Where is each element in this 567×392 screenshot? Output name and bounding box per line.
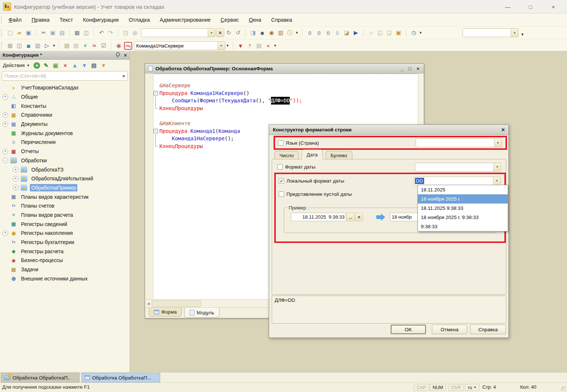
- cancel-button[interactable]: Отмена: [432, 325, 467, 334]
- language-combobox[interactable]: ▼: [416, 138, 502, 147]
- help-button[interactable]: Справка: [470, 325, 506, 334]
- filter-icon[interactable]: ▼: [100, 62, 107, 69]
- menu-item[interactable]: Справка: [271, 17, 292, 23]
- overwrite-indicator[interactable]: OVR: [448, 384, 464, 391]
- tree-item[interactable]: +≡Планы видов расчета: [0, 211, 130, 220]
- editor-tab-module[interactable]: Модуль: [184, 308, 219, 318]
- scrollbar-thumb[interactable]: [152, 300, 201, 307]
- code-line[interactable]: &НаСервере: [153, 82, 418, 89]
- tree-item[interactable]: +∴Общие: [0, 92, 130, 102]
- tree-search-clear-icon[interactable]: ×: [120, 73, 127, 79]
- right-combobox-dropdown-button[interactable]: ▼: [511, 29, 518, 37]
- tree-item[interactable]: +◆ОбработкаДляИспытаний: [0, 174, 130, 183]
- go-to-definition-icon[interactable]: ◪: [342, 28, 351, 38]
- tree-expander-icon[interactable]: +: [3, 121, 8, 127]
- dialog-tab-number[interactable]: Число: [274, 151, 299, 159]
- tree-search-input[interactable]: [2, 73, 120, 79]
- tree-item[interactable]: +▤Документы: [0, 120, 130, 129]
- actions-menu-button[interactable]: Действия: [3, 63, 25, 68]
- calc-table-icon[interactable]: ▦: [6, 41, 15, 50]
- insert-braces-icon[interactable]: {}: [333, 28, 342, 38]
- paste-icon[interactable]: ▤: [57, 28, 67, 38]
- check-module-icon[interactable]: ▷: [42, 41, 52, 50]
- num-lock-indicator[interactable]: NUM: [430, 384, 446, 391]
- menu-item[interactable]: Правка: [32, 17, 50, 23]
- empty-date-checkbox[interactable]: [279, 191, 284, 197]
- info-icon[interactable]: ⓘ: [285, 28, 295, 38]
- dialog-close-icon[interactable]: ×: [501, 127, 505, 133]
- dialog-tab-date[interactable]: Дата: [302, 149, 323, 159]
- info-caret-icon[interactable]: ▼: [295, 28, 299, 38]
- add-icon[interactable]: +: [34, 62, 40, 69]
- tree-item[interactable]: +●УчетТоваровНаСкладах: [0, 83, 130, 92]
- caps-lock-indicator[interactable]: CAP: [414, 384, 429, 391]
- dropdown-option[interactable]: 18 ноября 2025 г.: [418, 194, 508, 204]
- zoom-icon[interactable]: ◎: [130, 28, 140, 38]
- find-in-files-icon[interactable]: ◳: [121, 28, 130, 38]
- code-line[interactable]: Процедура Команда1НаСервере(): [153, 89, 418, 97]
- panel-close-icon[interactable]: ×: [124, 52, 127, 58]
- find-procedure-icon[interactable]: ◉: [114, 41, 123, 50]
- remove-comment-icon[interactable]: /×: [90, 41, 99, 50]
- fold-marker-icon[interactable]: [153, 127, 159, 135]
- windows-list-icon[interactable]: ▣: [394, 28, 403, 38]
- copy-pages-icon[interactable]: ◨: [249, 28, 258, 38]
- procedure-caret-icon[interactable]: ▼: [225, 41, 230, 50]
- tree-item[interactable]: +▦Планы видов характеристик: [0, 192, 130, 201]
- tree-item[interactable]: +ТтПланы счетов: [0, 201, 130, 211]
- prev-proc-icon[interactable]: {}: [324, 28, 333, 38]
- procedure-combobox[interactable]: Команда1НаСервере ▼: [134, 41, 225, 50]
- tree-item[interactable]: +◍Внешние источники данных: [0, 274, 130, 283]
- toolbar2-caret-icon[interactable]: ▼: [273, 41, 278, 50]
- cut-icon[interactable]: ✂: [39, 28, 48, 38]
- tree-item[interactable]: +◆ОбработкаТЗ: [0, 165, 130, 174]
- window-2-icon[interactable]: ◲: [385, 28, 394, 38]
- move-up-icon[interactable]: ▲: [71, 62, 78, 69]
- spreadsheet-icon[interactable]: ◫: [15, 41, 24, 50]
- print-icon[interactable]: ▦: [73, 28, 82, 38]
- tree-expander-icon[interactable]: +: [3, 230, 8, 236]
- open-module-icon[interactable]: ▥: [276, 28, 285, 38]
- tree-item[interactable]: −◆Обработки: [0, 156, 130, 165]
- menu-item[interactable]: Отладка: [128, 17, 149, 23]
- tree-item[interactable]: +▦Регистры сведений: [0, 219, 130, 229]
- editor-minimize-button[interactable]: _: [401, 66, 403, 71]
- search-dropdown-button[interactable]: ▼: [208, 29, 215, 37]
- tree-item[interactable]: +▥Журналы документов: [0, 128, 130, 138]
- search-clear-button[interactable]: ×: [216, 28, 224, 37]
- keyboard-language-selector[interactable]: ru ▼: [465, 384, 479, 391]
- local-date-format-dropdown-button[interactable]: ▼: [493, 177, 500, 185]
- minimize-button[interactable]: —: [504, 4, 512, 10]
- goto-bookmark-icon[interactable]: ▼: [236, 41, 245, 50]
- copy-icon[interactable]: ▣: [48, 28, 57, 38]
- code-line[interactable]: Сообщить(Формат(ТекущаяДата(), "ДЛФ=DD")…: [153, 97, 418, 105]
- tree-item[interactable]: +{}Перечисления: [0, 138, 130, 147]
- tree-item[interactable]: +◆ОбработкаПример: [0, 183, 130, 193]
- global-search-input[interactable]: [141, 30, 208, 36]
- resize-grip[interactable]: [561, 386, 566, 391]
- tree-expander-icon[interactable]: +: [3, 149, 8, 154]
- question-doc-icon[interactable]: ?: [245, 41, 254, 50]
- template-b-icon[interactable]: ▨: [71, 41, 81, 50]
- procedure-dropdown-button[interactable]: ▼: [218, 42, 225, 50]
- table-doc-icon[interactable]: ▥: [33, 41, 42, 50]
- delete-icon[interactable]: ×: [61, 62, 69, 69]
- local-date-format-combobox[interactable]: DD ▼: [414, 177, 501, 186]
- code-line[interactable]: [153, 112, 418, 120]
- tree-expander-icon[interactable]: +: [3, 112, 8, 118]
- scroll-left-icon[interactable]: ◀: [145, 302, 152, 306]
- new-file-icon[interactable]: ▢: [6, 28, 15, 38]
- dropdown-option[interactable]: 9:38:33: [418, 222, 508, 231]
- dialog-title-bar[interactable]: Конструктор форматной строки ×: [269, 125, 508, 135]
- dropdown-option[interactable]: 18 ноября 2025 г. 9:38:33: [418, 213, 508, 222]
- tree-item[interactable]: +▦Отчеты: [0, 147, 130, 156]
- window-tab[interactable]: Обработка ОбработкаП...: [81, 373, 160, 382]
- sort-order-icon[interactable]: ▤: [90, 62, 98, 69]
- tree-item[interactable]: +▤Задачи: [0, 265, 130, 274]
- menu-item[interactable]: Конфигурация: [83, 17, 119, 23]
- edit-icon[interactable]: ✎: [42, 62, 50, 69]
- format-result-box[interactable]: ДЛФ=DD: [272, 296, 506, 324]
- menu-item[interactable]: Файл: [8, 17, 22, 23]
- ok-button[interactable]: OK: [391, 325, 426, 334]
- menu-item[interactable]: Сервис: [221, 17, 239, 23]
